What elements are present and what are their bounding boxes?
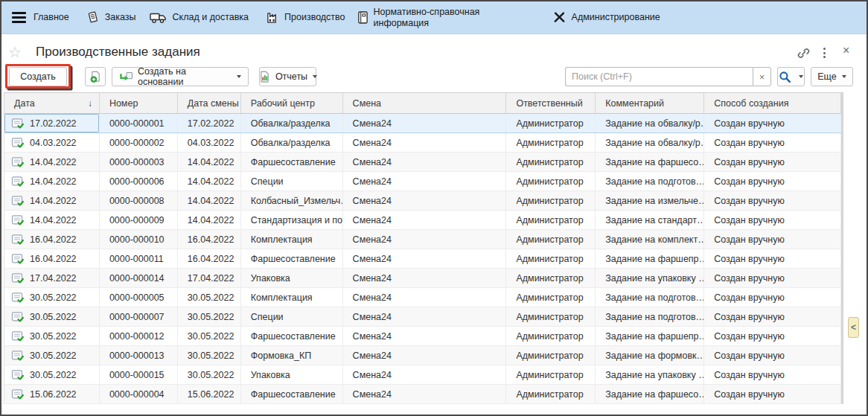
cell-method[interactable]: Создан вручную — [704, 327, 841, 345]
cell-work_center[interactable]: Комплектация — [241, 230, 343, 249]
cell-shift_date[interactable]: 16.04.2022 — [178, 230, 241, 249]
cell-method[interactable]: Создан вручную — [704, 385, 841, 403]
column-header-shift[interactable]: Смена — [343, 93, 507, 113]
cell-shift_date[interactable]: 30.05.2022 — [178, 346, 241, 365]
cell-number[interactable]: 0000-000005 — [100, 288, 178, 307]
cell-work_center[interactable]: Фаршесоставление — [241, 385, 343, 403]
cell-work_center[interactable]: Фаршесоставление — [241, 327, 343, 345]
cell-shift_date[interactable]: 14.04.2022 — [178, 191, 241, 210]
cell-shift_date[interactable]: 17.04.2022 — [178, 269, 241, 287]
cell-shift[interactable]: Смена24 — [343, 346, 507, 365]
close-icon[interactable]: × — [843, 44, 849, 57]
column-header-date[interactable]: Дата↓ — [4, 93, 100, 113]
cell-comment[interactable]: Задание на упаковку … — [596, 365, 704, 384]
cell-method[interactable]: Создан вручную — [704, 346, 841, 365]
cell-method[interactable]: Создан вручную — [704, 365, 841, 384]
cell-number[interactable]: 0000-000006 — [100, 172, 178, 191]
cell-shift[interactable]: Смена24 — [343, 133, 507, 152]
cell-shift_date[interactable]: 17.02.2022 — [178, 114, 241, 132]
cell-comment[interactable]: Задание на обвалку/р… — [596, 133, 704, 152]
table-row[interactable]: 30.05.20220000-00001530.05.2022УпаковкаС… — [4, 365, 841, 385]
cell-date[interactable]: 30.05.2022 — [4, 327, 100, 345]
cell-shift[interactable]: Смена24 — [343, 191, 507, 210]
cell-date[interactable]: 15.06.2022 — [4, 385, 100, 403]
cell-method[interactable]: Создан вручную — [704, 133, 841, 152]
cell-responsible[interactable]: Администратор — [506, 307, 596, 326]
cell-shift[interactable]: Смена24 — [343, 365, 507, 384]
cell-shift[interactable]: Смена24 — [343, 249, 507, 268]
cell-comment[interactable]: Задание на фаршесо… — [596, 385, 704, 403]
cell-comment[interactable]: Задание на обвалку/р… — [596, 114, 704, 132]
cell-work_center[interactable]: Колбасный_Измельч… — [241, 191, 343, 210]
cell-comment[interactable]: Задание на фаршепр… — [596, 249, 704, 268]
cell-number[interactable]: 0000-000004 — [100, 385, 178, 403]
cell-number[interactable]: 0000-000008 — [100, 191, 178, 210]
cell-number[interactable]: 0000-000013 — [100, 346, 178, 365]
cell-responsible[interactable]: Администратор — [506, 114, 596, 132]
cell-shift_date[interactable]: 30.05.2022 — [178, 327, 241, 345]
cell-shift_date[interactable]: 30.05.2022 — [178, 288, 241, 307]
table-row[interactable]: 14.04.20220000-00000914.04.2022Стандарти… — [4, 211, 841, 230]
cell-responsible[interactable]: Администратор — [506, 385, 596, 403]
cell-method[interactable]: Создан вручную — [704, 172, 841, 191]
favorite-star-icon[interactable]: ☆ — [8, 43, 22, 61]
vertical-scrollbar[interactable] — [841, 92, 843, 404]
cell-method[interactable]: Создан вручную — [704, 249, 841, 268]
cell-comment[interactable]: Задание на измельче… — [596, 191, 704, 210]
search-button[interactable] — [777, 67, 805, 86]
cell-responsible[interactable]: Администратор — [506, 211, 596, 229]
cell-date[interactable]: 14.04.2022 — [4, 153, 100, 171]
menu-item-home[interactable]: Главное — [33, 12, 69, 23]
cell-comment[interactable]: Задание на подготов… — [596, 172, 704, 191]
cell-date[interactable]: 30.05.2022 — [4, 307, 100, 326]
cell-work_center[interactable]: Упаковка — [241, 365, 343, 384]
reports-button[interactable]: Отчеты — [259, 67, 316, 86]
cell-work_center[interactable]: Обвалка/разделка — [241, 114, 343, 132]
column-header-work_center[interactable]: Рабочий центр — [241, 93, 343, 113]
create-by-copy-button[interactable] — [85, 67, 106, 86]
cell-date[interactable]: 17.02.2022 — [4, 114, 100, 132]
cell-date[interactable]: 30.05.2022 — [4, 365, 100, 384]
cell-number[interactable]: 0000-000014 — [100, 269, 178, 287]
cell-shift[interactable]: Смена24 — [343, 230, 507, 249]
cell-work_center[interactable]: Фаршесоставление — [241, 153, 343, 171]
cell-number[interactable]: 0000-000010 — [100, 230, 178, 249]
cell-responsible[interactable]: Администратор — [506, 191, 596, 210]
cell-date[interactable]: 17.04.2022 — [4, 269, 100, 287]
cell-method[interactable]: Создан вручную — [704, 191, 841, 210]
table-row[interactable]: 17.04.20220000-00001417.04.2022УпаковкаС… — [4, 269, 841, 288]
cell-work_center[interactable]: Специи — [241, 307, 343, 326]
cell-responsible[interactable]: Администратор — [506, 327, 596, 345]
cell-work_center[interactable]: Специи — [241, 172, 343, 191]
cell-date[interactable]: 30.05.2022 — [4, 288, 100, 307]
hamburger-menu-button[interactable] — [12, 12, 26, 23]
cell-date[interactable]: 04.03.2022 — [4, 133, 100, 152]
cell-method[interactable]: Создан вручную — [704, 114, 841, 132]
cell-responsible[interactable]: Администратор — [506, 172, 596, 191]
menu-item-production[interactable]: Производство — [265, 11, 345, 24]
table-row[interactable]: 17.02.20220000-00000117.02.2022Обвалка/р… — [4, 113, 841, 133]
cell-number[interactable]: 0000-000015 — [100, 365, 178, 384]
cell-work_center[interactable]: Обвалка/разделка — [241, 133, 343, 152]
cell-comment[interactable]: Задание на стандарт… — [596, 211, 704, 229]
menu-item-reference-info[interactable]: Нормативно-справочная информация — [357, 7, 499, 29]
cell-shift[interactable]: Смена24 — [343, 172, 507, 191]
cell-shift_date[interactable]: 14.04.2022 — [178, 153, 241, 171]
cell-shift_date[interactable]: 14.04.2022 — [178, 172, 241, 191]
cell-comment[interactable]: Задание на комплект… — [596, 230, 704, 249]
kebab-menu-icon[interactable] — [823, 48, 826, 58]
cell-number[interactable]: 0000-000003 — [100, 153, 178, 171]
cell-shift[interactable]: Смена24 — [343, 385, 507, 403]
cell-work_center[interactable]: Стандартизация и по… — [241, 211, 343, 229]
create-button[interactable]: Создать — [9, 67, 67, 86]
cell-responsible[interactable]: Администратор — [506, 269, 596, 287]
cell-shift[interactable]: Смена24 — [343, 153, 507, 171]
cell-work_center[interactable]: Комплектация — [241, 288, 343, 307]
cell-shift[interactable]: Смена24 — [343, 288, 507, 307]
cell-number[interactable]: 0000-000007 — [100, 307, 178, 326]
table-row[interactable]: 30.05.20220000-00001230.05.2022Фаршесост… — [4, 327, 841, 346]
cell-method[interactable]: Создан вручную — [704, 288, 841, 307]
cell-shift_date[interactable]: 16.04.2022 — [178, 249, 241, 268]
column-header-responsible[interactable]: Ответственный — [506, 93, 596, 113]
cell-number[interactable]: 0000-000001 — [100, 114, 178, 132]
